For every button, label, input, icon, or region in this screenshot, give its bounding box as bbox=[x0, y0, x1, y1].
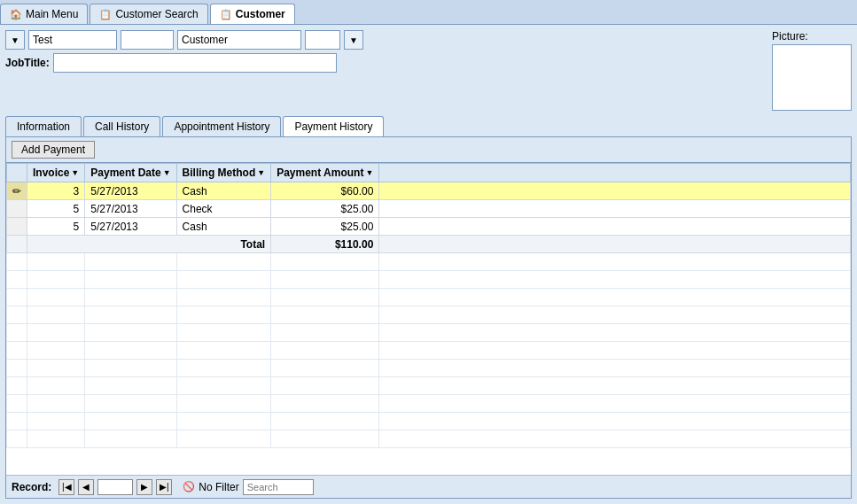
th-payment-date[interactable]: Payment Date ▼ bbox=[85, 164, 176, 182]
payment-history-panel: Add Payment Invoice ▼ bbox=[5, 136, 852, 499]
nav-search-input[interactable] bbox=[243, 479, 314, 495]
total-label: Total bbox=[27, 236, 271, 253]
tab-customer[interactable]: 📋 Customer bbox=[210, 4, 295, 24]
customer-icon: 📋 bbox=[220, 9, 232, 20]
cell-amount-1: $60.00 bbox=[271, 182, 379, 200]
top-tab-bar: 🏠 Main Menu 📋 Customer Search 📋 Customer bbox=[0, 0, 857, 25]
table-row[interactable]: 5 5/27/2013 Check $25.00 bbox=[7, 200, 851, 218]
middle-name-input[interactable] bbox=[121, 30, 174, 50]
empty-row bbox=[7, 342, 851, 360]
tab-information[interactable]: Information bbox=[5, 116, 82, 136]
tab-customer-search[interactable]: 📋 Customer Search bbox=[90, 4, 207, 24]
picture-box bbox=[772, 44, 852, 111]
tab-payment-history[interactable]: Payment History bbox=[283, 116, 384, 136]
table-row[interactable]: ✏ 3 5/27/2013 Cash $60.00 bbox=[7, 182, 851, 200]
customer-header: ▼ ▼ JobTitle: Picture: bbox=[5, 30, 852, 111]
total-spacer bbox=[379, 236, 851, 253]
record-label: Record: bbox=[12, 481, 51, 493]
cell-date-2: 5/27/2013 bbox=[85, 200, 176, 218]
job-title-row: JobTitle: bbox=[5, 53, 767, 73]
add-payment-button[interactable]: Add Payment bbox=[12, 141, 95, 159]
nav-bar: Record: |◀ ◀ ▶ ▶| 🚫 No Filter bbox=[6, 475, 851, 498]
empty-row bbox=[7, 430, 851, 448]
picture-area: Picture: bbox=[772, 30, 852, 111]
nav-prev-button[interactable]: ◀ bbox=[78, 479, 94, 495]
tab-main-menu[interactable]: 🏠 Main Menu bbox=[0, 4, 88, 24]
nav-first-button[interactable]: |◀ bbox=[58, 479, 74, 495]
cell-spacer-3 bbox=[379, 218, 851, 236]
no-filter-label: No Filter bbox=[199, 481, 238, 493]
th-billing-method[interactable]: Billing Method ▼ bbox=[176, 164, 271, 182]
empty-row bbox=[7, 360, 851, 377]
add-payment-bar: Add Payment bbox=[6, 137, 851, 163]
total-indicator bbox=[7, 236, 27, 253]
empty-row bbox=[7, 395, 851, 413]
last-name-input[interactable] bbox=[177, 30, 301, 50]
cell-method-1: Cash bbox=[176, 182, 271, 200]
cell-invoice-1: 3 bbox=[27, 182, 85, 200]
method-sort-icon: ▼ bbox=[257, 168, 265, 177]
row-pencil-1: ✏ bbox=[7, 182, 27, 200]
suffix-dropdown[interactable]: ▼ bbox=[344, 30, 363, 50]
nav-last-button[interactable]: ▶| bbox=[156, 479, 172, 495]
picture-label: Picture: bbox=[772, 30, 808, 43]
cell-spacer-1 bbox=[379, 182, 851, 200]
cell-invoice-3: 5 bbox=[27, 218, 85, 236]
customer-fields: ▼ ▼ JobTitle: bbox=[5, 30, 767, 73]
job-title-input[interactable] bbox=[53, 53, 337, 73]
cell-invoice-2: 5 bbox=[27, 200, 85, 218]
cell-amount-3: $25.00 bbox=[271, 218, 379, 236]
empty-row bbox=[7, 377, 851, 395]
cell-method-3: Cash bbox=[176, 218, 271, 236]
cell-method-2: Check bbox=[176, 200, 271, 218]
table-scroll-area[interactable]: Invoice ▼ Payment Date ▼ bbox=[6, 163, 851, 475]
invoice-sort-icon: ▼ bbox=[71, 168, 79, 177]
tab-appointment-history[interactable]: Appointment History bbox=[162, 116, 281, 136]
table-row[interactable]: 5 5/27/2013 Cash $25.00 bbox=[7, 218, 851, 236]
empty-row bbox=[7, 413, 851, 430]
inner-tab-bar: Information Call History Appointment His… bbox=[5, 116, 852, 136]
empty-row bbox=[7, 253, 851, 271]
empty-row bbox=[7, 324, 851, 342]
empty-row bbox=[7, 289, 851, 306]
total-row: Total $110.00 bbox=[7, 236, 851, 253]
main-menu-icon: 🏠 bbox=[10, 9, 22, 20]
nav-next-button[interactable]: ▶ bbox=[136, 479, 152, 495]
prefix-dropdown[interactable]: ▼ bbox=[5, 30, 25, 50]
row-indicator-2 bbox=[7, 200, 27, 218]
first-name-input[interactable] bbox=[28, 30, 117, 50]
suffix-input[interactable] bbox=[305, 30, 340, 50]
main-content: ▼ ▼ JobTitle: Picture: Information Call … bbox=[0, 25, 857, 504]
date-sort-icon: ▼ bbox=[163, 168, 171, 177]
nav-filter: 🚫 No Filter bbox=[183, 481, 238, 493]
th-spacer bbox=[379, 164, 851, 182]
job-title-label: JobTitle: bbox=[5, 57, 50, 69]
cell-amount-2: $25.00 bbox=[271, 200, 379, 218]
filter-icon: 🚫 bbox=[183, 481, 195, 492]
row-indicator-3 bbox=[7, 218, 27, 236]
record-number-input[interactable] bbox=[97, 479, 133, 495]
empty-row bbox=[7, 271, 851, 289]
customer-search-icon: 📋 bbox=[99, 9, 112, 20]
amount-sort-icon: ▼ bbox=[365, 168, 373, 177]
total-amount: $110.00 bbox=[271, 236, 379, 253]
empty-row bbox=[7, 306, 851, 324]
th-payment-amount[interactable]: Payment Amount ▼ bbox=[271, 164, 379, 182]
tab-call-history[interactable]: Call History bbox=[83, 116, 160, 136]
th-invoice[interactable]: Invoice ▼ bbox=[27, 164, 85, 182]
cell-date-1: 5/27/2013 bbox=[85, 182, 176, 200]
cell-date-3: 5/27/2013 bbox=[85, 218, 176, 236]
payment-table: Invoice ▼ Payment Date ▼ bbox=[6, 163, 851, 448]
th-indicator bbox=[7, 164, 27, 182]
cell-spacer-2 bbox=[379, 200, 851, 218]
name-row: ▼ ▼ bbox=[5, 30, 767, 50]
